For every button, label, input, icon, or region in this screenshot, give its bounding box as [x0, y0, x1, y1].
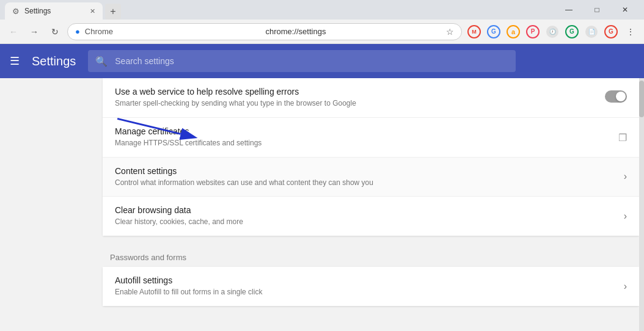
- settings-page-title: Settings: [32, 54, 76, 68]
- tab-icon: ⚙: [12, 7, 20, 16]
- manage-certificates-item[interactable]: Manage certificates Manage HTTPS/SSL cer…: [103, 118, 639, 158]
- site-icon: ●: [75, 27, 80, 36]
- content-settings-item[interactable]: Content settings Control what informatio…: [103, 158, 639, 197]
- passwords-section: Passwords and forms Autofill settings En…: [98, 241, 644, 306]
- minimize-button[interactable]: —: [555, 0, 583, 20]
- back-button[interactable]: ←: [5, 23, 22, 40]
- content-settings-chevron: ›: [624, 171, 627, 182]
- hamburger-menu-button[interactable]: ☰: [10, 54, 20, 68]
- passwords-card: Autofill settings Enable Autofill to fil…: [103, 267, 639, 306]
- active-tab[interactable]: ⚙ Settings ✕: [5, 2, 103, 20]
- google-extension-icon[interactable]: G: [485, 23, 502, 40]
- content-area: Use a web service to help resolve spelli…: [98, 78, 644, 331]
- manage-certs-title: Manage certificates: [115, 126, 602, 136]
- refresh-button[interactable]: ↻: [46, 23, 64, 40]
- toggle-switch[interactable]: [605, 90, 627, 103]
- sidebar: [0, 78, 98, 331]
- tab-area: ⚙ Settings ✕ +: [5, 0, 555, 20]
- ext-icon1[interactable]: 🕗: [544, 23, 561, 40]
- clear-browsing-chevron: ›: [624, 211, 627, 222]
- clear-browsing-data-item[interactable]: Clear browsing data Clear history, cooki…: [103, 197, 639, 236]
- content-settings-desc: Control what information websites can us…: [115, 178, 602, 188]
- scrollbar-thumb[interactable]: [639, 81, 644, 117]
- autofill-title: Autofill settings: [115, 275, 602, 285]
- autofill-chevron: ›: [624, 281, 627, 292]
- gmail-extension-icon[interactable]: M: [466, 23, 483, 40]
- url-text: chrome://settings: [265, 27, 441, 36]
- pocket-extension-icon[interactable]: P: [524, 23, 541, 40]
- clear-browsing-desc: Clear history, cookies, cache, and more: [115, 217, 602, 227]
- settings-card: Use a web service to help resolve spelli…: [103, 78, 639, 236]
- settings-header: ☰ Settings 🔍 Search settings: [0, 44, 644, 78]
- spell-check-item[interactable]: Use a web service to help resolve spelli…: [103, 78, 639, 118]
- autofill-settings-item[interactable]: Autofill settings Enable Autofill to fil…: [103, 267, 639, 306]
- tab-label: Settings: [24, 7, 51, 15]
- external-link-icon: ❐: [618, 131, 627, 143]
- window-controls: — □ ✕: [555, 0, 639, 20]
- tab-close-button[interactable]: ✕: [90, 7, 95, 15]
- scrollbar-track: [639, 78, 644, 331]
- google-ext2-icon[interactable]: G: [563, 23, 580, 40]
- passwords-section-header: Passwords and forms: [98, 241, 644, 267]
- spell-check-desc: Smarter spell-checking by sending what y…: [115, 98, 602, 109]
- google-ext3-icon[interactable]: G: [602, 23, 620, 40]
- spell-check-toggle[interactable]: [605, 90, 627, 105]
- search-icon: 🔍: [95, 56, 108, 67]
- menu-button[interactable]: ⋮: [622, 23, 639, 40]
- title-bar: ⚙ Settings ✕ + — □ ✕: [0, 0, 644, 20]
- settings-search-box[interactable]: 🔍 Search settings: [88, 50, 516, 72]
- toolbar-icons: M G a P 🕗 G 📄 G ⋮: [466, 23, 639, 40]
- clear-browsing-title: Clear browsing data: [115, 205, 602, 215]
- search-placeholder: Search settings: [115, 56, 174, 66]
- address-bar[interactable]: ● Chrome chrome://settings ☆: [67, 23, 462, 40]
- autofill-desc: Enable Autofill to fill out forms in a s…: [115, 287, 602, 297]
- manage-certs-desc: Manage HTTPS/SSL certificates and settin…: [115, 138, 602, 148]
- maximize-button[interactable]: □: [583, 0, 611, 20]
- content-settings-title: Content settings: [115, 166, 602, 176]
- forward-button[interactable]: →: [26, 23, 43, 40]
- main-content: Use a web service to help resolve spelli…: [0, 78, 644, 331]
- new-tab-button[interactable]: +: [105, 4, 121, 20]
- note-ext-icon[interactable]: 📄: [583, 23, 600, 40]
- spell-check-title: Use a web service to help resolve spelli…: [115, 87, 602, 96]
- nav-bar: ← → ↻ ● Chrome chrome://settings ☆ M G a…: [0, 20, 644, 44]
- close-button[interactable]: ✕: [611, 0, 639, 20]
- amazon-extension-icon[interactable]: a: [505, 23, 522, 40]
- bookmark-icon[interactable]: ☆: [446, 27, 454, 37]
- site-label: Chrome: [85, 27, 261, 36]
